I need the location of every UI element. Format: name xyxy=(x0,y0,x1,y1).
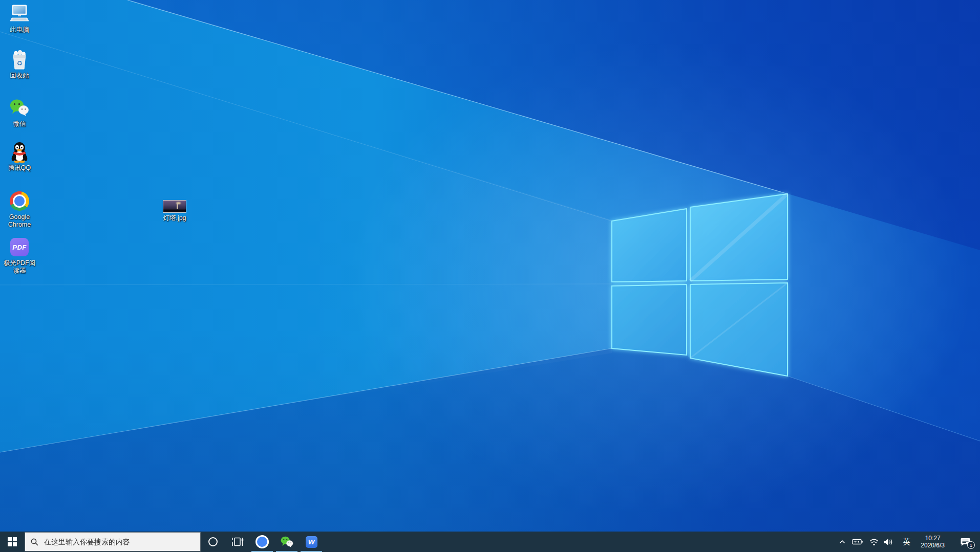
windows-logo xyxy=(0,0,980,552)
desktop-icon-this-pc[interactable]: 此电脑 xyxy=(0,3,39,34)
task-view-icon xyxy=(231,536,244,547)
volume-status[interactable] xyxy=(882,532,896,552)
clock-time: 10:27 xyxy=(921,535,945,542)
action-center-button[interactable]: 1 xyxy=(957,532,974,552)
taskbar: W xyxy=(0,532,980,552)
icon-label: 腾讯QQ xyxy=(8,164,31,172)
wps-taskbar-icon: W xyxy=(306,536,317,548)
chrome-icon xyxy=(9,190,30,212)
wallpaper-ray-top xyxy=(127,0,787,194)
icon-label: 回收站 xyxy=(10,72,29,80)
chevron-up-icon xyxy=(839,540,845,544)
logo-pane-top-left xyxy=(612,209,687,282)
wallpaper-horizon-line xyxy=(0,284,612,285)
taskbar-wps-button[interactable]: W xyxy=(299,532,324,552)
network-status[interactable] xyxy=(867,532,881,552)
ime-indicator[interactable]: 英 xyxy=(901,532,912,552)
pdf-badge-text: PDF xyxy=(10,238,29,256)
cortana-icon xyxy=(208,537,218,546)
search-input[interactable] xyxy=(43,537,186,546)
search-icon xyxy=(31,538,38,546)
desktop-icon-pdf-reader[interactable]: PDF 极光PDF阅读器 xyxy=(0,236,39,275)
this-pc-icon xyxy=(9,3,30,25)
svg-text:♻: ♻ xyxy=(16,59,23,67)
taskbar-empty-area xyxy=(324,532,837,552)
wallpaper xyxy=(0,0,980,552)
logo-pane-bottom-right xyxy=(690,283,787,376)
taskbar-chrome-button[interactable] xyxy=(250,532,274,552)
speaker-icon xyxy=(884,538,893,546)
desktop-icon-chrome[interactable]: Google Chrome xyxy=(0,190,39,229)
desktop-icon-wechat[interactable]: 微信 xyxy=(0,97,39,128)
icon-label: 此电脑 xyxy=(10,26,29,34)
icon-label: Google Chrome xyxy=(1,213,38,229)
qq-icon xyxy=(9,141,30,163)
wallpaper-ray-bottom-right xyxy=(787,376,980,441)
clock-date: 2020/6/3 xyxy=(921,542,945,549)
clock[interactable]: 10:27 2020/6/3 xyxy=(921,535,945,549)
desktop-file-lighthouse[interactable]: 灯塔.jpg xyxy=(155,200,194,222)
desktop-icon-qq[interactable]: 腾讯QQ xyxy=(0,141,39,172)
desktop-icon-recycle-bin[interactable]: ♻ 回收站 xyxy=(0,49,39,80)
start-button[interactable] xyxy=(0,532,25,552)
wechat-taskbar-icon xyxy=(280,536,294,548)
windows-desktop: 此电脑 ♻ 回收站 微信 xyxy=(0,0,980,552)
notification-count-badge: 1 xyxy=(967,541,975,549)
recycle-bin-icon: ♻ xyxy=(9,49,30,71)
wallpaper-ray-bottom-left xyxy=(0,348,612,452)
icon-label: 极光PDF阅读器 xyxy=(1,259,38,275)
chrome-taskbar-icon xyxy=(256,536,269,548)
search-box[interactable] xyxy=(25,532,201,551)
battery-status[interactable] xyxy=(850,532,865,552)
wallpaper-ray-faint xyxy=(0,32,612,221)
windows-start-icon xyxy=(8,537,17,546)
pdf-reader-icon: PDF xyxy=(9,236,30,258)
logo-pane-bottom-left xyxy=(612,284,687,355)
cortana-button[interactable] xyxy=(201,532,225,552)
file-label: 灯塔.jpg xyxy=(163,214,186,222)
system-tray: 英 10:27 2020/6/3 1 xyxy=(837,532,980,552)
icon-label: 微信 xyxy=(13,120,26,128)
tray-overflow-button[interactable] xyxy=(837,532,847,552)
wechat-icon xyxy=(9,97,30,119)
lighthouse-thumbnail xyxy=(163,200,186,213)
wifi-icon xyxy=(869,538,879,546)
battery-charging-icon xyxy=(852,538,863,545)
task-view-button[interactable] xyxy=(225,532,250,552)
taskbar-wechat-button[interactable] xyxy=(274,532,299,552)
